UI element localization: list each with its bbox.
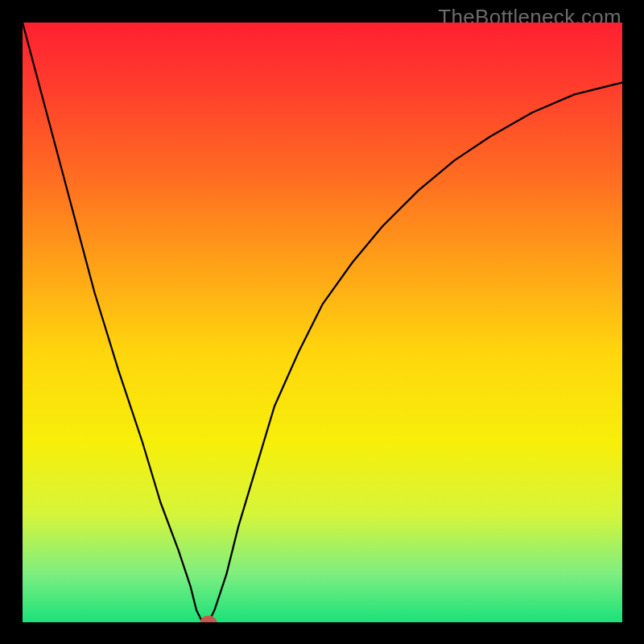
chart-frame: TheBottleneck.com: [0, 0, 644, 644]
bottleneck-chart: [23, 23, 622, 622]
